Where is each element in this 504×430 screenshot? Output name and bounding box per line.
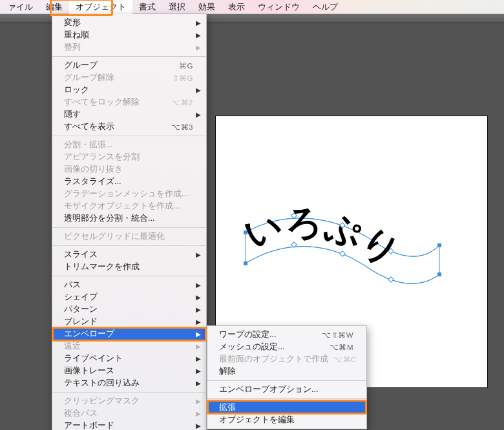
object-menu-item[interactable]: 隠す▶: [52, 108, 206, 121]
object-menu-item[interactable]: グループ⌘G: [52, 59, 206, 72]
object-menu-item[interactable]: アートボード▶: [52, 420, 206, 430]
submenu-arrow-icon: ▶: [196, 32, 201, 39]
svg-rect-3: [244, 261, 247, 265]
object-menu-item: モザイクオブジェクトを作成...: [52, 200, 206, 212]
menu-item-label: 隠す: [64, 109, 193, 120]
svg-rect-2: [437, 243, 441, 247]
svg-rect-4: [437, 272, 441, 276]
menu-object[interactable]: オブジェクト: [69, 0, 132, 14]
menu-effect[interactable]: 効果: [192, 0, 222, 14]
object-menu-item[interactable]: ロック▶: [52, 84, 206, 96]
envelope-submenu-item: 最前面のオブジェクトで作成⌥⌘C: [207, 353, 366, 365]
object-menu-item[interactable]: スライス▶: [52, 249, 206, 261]
menu-file[interactable]: ァイル: [1, 0, 39, 14]
submenu-arrow-icon: ▶: [196, 87, 201, 94]
object-menu-item[interactable]: ブレンド▶: [52, 316, 206, 328]
submenu-arrow-icon: ▶: [196, 19, 201, 26]
menu-item-label: グループ: [64, 60, 174, 71]
menubar: ァイル 編集 オブジェクト 書式 選択 効果 表示 ウィンドウ ヘルプ: [0, 0, 504, 14]
object-menu-item[interactable]: パス▶: [52, 279, 206, 291]
menu-item-label: グループ解除: [64, 72, 167, 83]
submenu-arrow-icon: ▶: [196, 398, 201, 405]
object-menu-item[interactable]: 画像トレース▶: [52, 365, 206, 377]
submenu-arrow-icon: ▶: [196, 367, 201, 374]
menu-item-shortcut: ⌘G: [179, 61, 193, 70]
menu-item-label: 整列: [64, 42, 193, 53]
menu-item-label: 複合パス: [64, 408, 193, 419]
object-menu-item: 分割・拡張...: [52, 139, 206, 151]
object-menu-item[interactable]: すべてを表示⌥⌘3: [52, 121, 206, 133]
object-menu-item: アピアランスを分割: [52, 151, 206, 163]
menu-item-label: オブジェクトを編集: [219, 415, 353, 425]
canvas-text: いろぷり: [239, 202, 406, 274]
menu-item-label: エンベロープ: [64, 329, 193, 340]
menu-item-label: 最前面のオブジェクトで作成: [219, 354, 328, 365]
object-menu-item: ピクセルグリッドに最適化: [52, 230, 206, 243]
menu-item-label: 変形: [64, 17, 193, 28]
menu-item-label: すべてを表示: [64, 121, 166, 132]
object-menu-item[interactable]: トリムマークを作成: [52, 261, 206, 273]
envelope-submenu-item[interactable]: オブジェクトを編集: [207, 414, 366, 426]
submenu-arrow-icon: ▶: [196, 306, 201, 313]
submenu-arrow-icon: ▶: [196, 251, 201, 258]
menu-item-label: シェイプ: [64, 292, 193, 303]
object-menu-item[interactable]: エンベロープ▶: [52, 328, 206, 340]
object-menu-item: グループ解除⇧⌘G: [52, 72, 206, 84]
menu-item-label: アピアランスを分割: [64, 152, 193, 163]
object-menu-item: 複合パス▶: [52, 407, 206, 420]
menu-item-label: 分割・拡張...: [64, 139, 193, 150]
envelope-object[interactable]: いろぷり: [246, 213, 439, 291]
object-menu-item: 遠近▶: [52, 340, 206, 353]
envelope-submenu-item[interactable]: メッシュの設定...⌥⌘M: [207, 341, 366, 353]
menu-item-label: ライブペイント: [64, 353, 193, 364]
submenu-arrow-icon: ▶: [196, 294, 201, 301]
menu-item-label: 画像の切り抜き: [64, 164, 193, 175]
menu-item-label: エンベロープオプション...: [219, 384, 353, 395]
menu-item-label: ブレンド: [64, 316, 193, 327]
object-menu-item: グラデーションメッシュを作成...: [52, 188, 206, 200]
menu-item-label: テキストの回り込み: [64, 378, 193, 389]
menu-item-label: 拡張: [219, 402, 353, 413]
menu-item-label: 重ね順: [64, 30, 193, 41]
menu-item-label: パターン: [64, 304, 193, 315]
menu-item-label: 画像トレース: [64, 365, 193, 376]
object-menu-item[interactable]: ラスタライズ...: [52, 176, 206, 188]
menu-item-label: ピクセルグリッドに最適化: [64, 231, 193, 242]
object-menu-dropdown: 変形▶重ね順▶整列▶グループ⌘Gグループ解除⇧⌘Gロック▶すべてをロック解除⌥⌘…: [52, 14, 207, 430]
menu-select[interactable]: 選択: [162, 0, 192, 14]
envelope-submenu-item[interactable]: 拡張: [207, 402, 366, 414]
object-menu-item: 整列▶: [52, 41, 206, 54]
menu-help[interactable]: ヘルプ: [306, 0, 344, 14]
menu-edit[interactable]: 編集: [39, 0, 69, 14]
object-menu-separator: [52, 392, 206, 393]
object-menu-item[interactable]: パターン▶: [52, 303, 206, 316]
object-menu-item[interactable]: 透明部分を分割・統合...: [52, 212, 206, 225]
menu-item-label: トリムマークを作成: [64, 261, 193, 272]
svg-text:いろぷり: いろぷり: [239, 202, 406, 274]
menu-item-shortcut: ⌥⌘2: [171, 98, 193, 107]
menu-type[interactable]: 書式: [132, 0, 162, 14]
menu-item-label: ラスタライズ...: [64, 176, 193, 187]
object-menu-item[interactable]: 重ね順▶: [52, 29, 206, 41]
menu-item-label: すべてをロック解除: [64, 97, 166, 108]
submenu-arrow-icon: ▶: [196, 318, 201, 325]
svg-rect-10: [388, 277, 394, 282]
object-menu-item[interactable]: ライブペイント▶: [52, 353, 206, 365]
submenu-arrow-icon: ▶: [196, 355, 201, 362]
menu-view[interactable]: 表示: [222, 0, 251, 14]
menu-item-label: 透明部分を分割・統合...: [64, 213, 193, 224]
submenu-arrow-icon: ▶: [196, 380, 201, 387]
menu-window[interactable]: ウィンドウ: [251, 0, 306, 14]
menu-item-label: ロック: [64, 85, 193, 96]
object-menu-item[interactable]: シェイプ▶: [52, 291, 206, 303]
envelope-submenu-item[interactable]: エンベロープオプション...: [207, 384, 366, 396]
submenu-arrow-icon: ▶: [196, 44, 201, 51]
object-menu-item[interactable]: テキストの回り込み▶: [52, 377, 206, 389]
envelope-submenu-separator: [207, 398, 366, 399]
svg-rect-9: [340, 251, 345, 256]
menu-item-label: グラデーションメッシュを作成...: [64, 189, 193, 200]
envelope-submenu-item[interactable]: ワープの設定...⌥⇧⌘W: [207, 329, 366, 341]
object-menu-item[interactable]: 変形▶: [52, 17, 206, 29]
envelope-submenu-item[interactable]: 解除: [207, 365, 366, 378]
menu-item-label: クリッピングマスク: [64, 396, 193, 407]
